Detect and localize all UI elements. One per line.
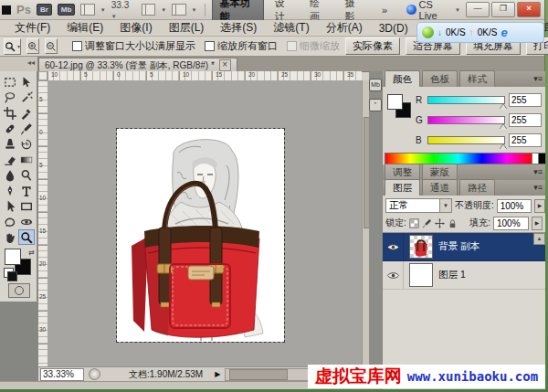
channel-value-field[interactable]: 255 (509, 113, 542, 127)
option-button-0[interactable]: 实际像素 (345, 37, 400, 55)
menu-item-4[interactable]: 选择(S) (213, 19, 264, 37)
panel-menu-icon[interactable]: ▾≡ (533, 183, 543, 192)
quick-mask-button[interactable] (8, 283, 30, 298)
ie-browser-icon[interactable]: e (501, 26, 507, 39)
brush-tool-icon[interactable] (18, 121, 35, 136)
tab-paths[interactable]: 路径 (459, 179, 495, 196)
arrange-documents-icon[interactable] (142, 4, 155, 16)
channel-slider-B[interactable] (427, 136, 505, 144)
default-colors-icon[interactable] (4, 268, 14, 278)
screen-mode-icon[interactable] (172, 4, 185, 16)
tab-color[interactable]: 颜色 (385, 70, 420, 87)
crop-tool-icon[interactable] (2, 105, 18, 121)
tab-styles[interactable]: 样式 (459, 70, 495, 87)
checkbox-icon[interactable] (205, 41, 215, 51)
foreground-color-swatch[interactable] (5, 249, 21, 265)
type-tool-icon[interactable] (18, 183, 35, 198)
notes-panel-icon[interactable]: ” (369, 99, 382, 111)
opacity-field[interactable]: 100% (497, 199, 532, 213)
cs-live-button[interactable]: CS Live▼ (406, 0, 460, 21)
slider-thumb-icon[interactable] (500, 104, 507, 110)
zoom-in-button[interactable] (26, 38, 39, 54)
clone-stamp-tool-icon[interactable] (2, 136, 18, 152)
bridge-icon[interactable]: Br (37, 4, 52, 16)
rectangle-shape-tool-icon[interactable] (18, 198, 35, 214)
restore-button[interactable]: ❐ (491, 2, 515, 17)
spectrum-black-swatch[interactable] (538, 153, 546, 164)
path-selection-tool-icon[interactable] (2, 198, 18, 214)
channel-value-field[interactable]: 255 (509, 93, 542, 107)
checkbox-icon[interactable] (72, 41, 82, 51)
network-speed-monitor[interactable]: ↓ 0K/S ↑ 0K/S e (416, 22, 544, 43)
layer-row-layer1[interactable]: 图层 1 (383, 261, 545, 290)
menu-item-3[interactable]: 图层(L) (162, 19, 212, 37)
tab-adjustments[interactable]: 调整 (385, 164, 420, 180)
pen-tool-icon[interactable] (2, 183, 18, 198)
layer-thumbnail[interactable] (409, 235, 433, 259)
menu-item-5[interactable]: 滤镜(T) (266, 19, 316, 37)
history-brush-tool-icon[interactable] (18, 136, 35, 152)
menu-item-7[interactable]: 3D(D) (372, 21, 416, 36)
zoom-out-button[interactable] (45, 38, 58, 54)
eraser-tool-icon[interactable] (2, 152, 18, 167)
fill-slider-button[interactable]: ▶ (532, 217, 543, 230)
tab-masks[interactable]: 蒙版 (422, 164, 458, 180)
minimize-button[interactable]: — (466, 2, 490, 17)
dodge-tool-icon[interactable] (18, 167, 35, 183)
option-checkbox-1[interactable]: 缩放所有窗口 (205, 39, 278, 53)
rectangular-marquee-tool-icon[interactable] (2, 74, 18, 90)
foreground-color-swatch[interactable] (387, 94, 403, 110)
3d-object-rotate-tool-icon[interactable] (2, 214, 18, 229)
channel-slider-R[interactable] (427, 96, 505, 104)
option-checkbox-2[interactable]: 细微缩放 (287, 39, 340, 53)
menu-item-2[interactable]: 图像(I) (112, 19, 159, 37)
panel-menu-icon[interactable]: ▾≡ (533, 74, 543, 83)
lock-all-icon[interactable] (448, 218, 458, 228)
layer-thumbnail[interactable] (409, 263, 433, 287)
hand-tool-icon[interactable] (2, 229, 18, 245)
panel-color-swatches[interactable] (387, 94, 411, 118)
gradient-tool-icon[interactable] (18, 152, 35, 167)
option-checkbox-0[interactable]: 调整窗口大小以满屏显示 (72, 39, 195, 53)
spot-healing-brush-tool-icon[interactable] (2, 121, 18, 136)
security-ball-icon[interactable] (422, 26, 434, 38)
lock-move-icon[interactable] (435, 218, 445, 228)
channel-slider-G[interactable] (427, 116, 505, 124)
blur-tool-icon[interactable] (2, 167, 18, 183)
close-button[interactable]: × (517, 2, 541, 17)
view-extras-icon[interactable] (80, 4, 94, 16)
eyedropper-tool-icon[interactable] (18, 105, 35, 121)
horizontal-scrollbar-thumb[interactable] (229, 369, 287, 380)
blend-mode-dropdown[interactable]: 正常▼ (385, 198, 452, 213)
tab-channels[interactable]: 通道 (422, 179, 458, 196)
tab-swatches[interactable]: 色板 (422, 70, 458, 87)
status-flyout-button[interactable]: ▶ (215, 370, 220, 378)
visibility-toggle[interactable] (383, 261, 404, 289)
fill-field[interactable]: 100% (493, 217, 529, 230)
color-swatches[interactable]: ⇄ (4, 249, 35, 278)
3d-camera-rotate-tool-icon[interactable] (18, 214, 35, 229)
lock-transparency-icon[interactable] (409, 218, 419, 228)
checkbox-icon[interactable] (287, 41, 297, 51)
mini-bridge-panel-icon[interactable]: Mb (369, 79, 382, 91)
magic-wand-tool-icon[interactable] (18, 90, 35, 105)
zoom-tool-preset[interactable]: ▾ (4, 38, 21, 55)
zoom-level-dropdown[interactable]: 33.3 ▼ (111, 0, 136, 20)
zoom-tool-icon[interactable] (18, 229, 35, 245)
document-tab[interactable]: 60-12.jpg @ 33.3% (背景 副本, RGB/8#) * × (38, 58, 237, 72)
menu-item-1[interactable]: 编辑(E) (59, 19, 111, 37)
canvas-viewport[interactable] (47, 80, 362, 366)
move-tool-icon[interactable] (18, 74, 35, 90)
menu-item-6[interactable]: 分析(A) (319, 19, 370, 37)
slider-thumb-icon[interactable] (500, 144, 507, 150)
canvas-image[interactable] (117, 129, 284, 342)
lasso-tool-icon[interactable] (2, 90, 18, 105)
channel-value-field[interactable]: 255 (509, 133, 542, 147)
menu-item-0[interactable]: 文件(F) (7, 19, 58, 37)
opacity-slider-button[interactable]: ▶ (534, 199, 545, 213)
workspace-overflow-button[interactable]: » (375, 3, 394, 17)
document-close-icon[interactable]: × (219, 59, 231, 71)
swap-colors-icon[interactable]: ⇄ (28, 249, 35, 257)
toolbox-collapse-button[interactable]: ◂◂ (0, 57, 38, 71)
mini-bridge-icon[interactable]: Mb (58, 4, 76, 16)
